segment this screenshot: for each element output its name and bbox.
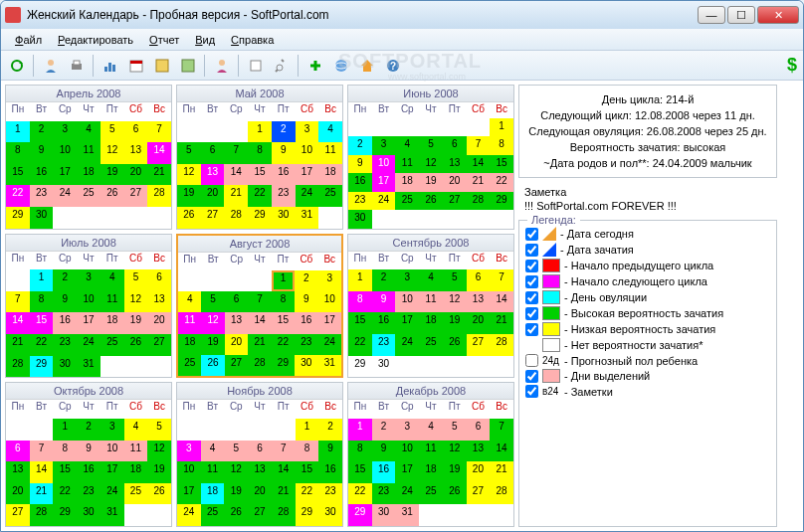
day-cell[interactable]: 31 [395, 504, 419, 526]
day-cell[interactable]: 17 [77, 312, 100, 334]
day-cell[interactable]: 3 [395, 269, 419, 291]
day-cell[interactable]: 15 [6, 164, 30, 186]
day-cell[interactable]: 13 [225, 312, 248, 333]
day-cell[interactable]: 15 [490, 155, 513, 174]
day-cell[interactable]: 10 [395, 441, 419, 462]
day-cell[interactable]: 21 [272, 483, 296, 505]
day-cell[interactable]: 9 [372, 441, 396, 462]
day-cell[interactable]: 11 [395, 155, 419, 174]
day-cell[interactable]: 5 [201, 291, 224, 312]
day-cell[interactable] [224, 419, 248, 441]
day-cell[interactable]: 15 [248, 164, 272, 186]
day-cell[interactable]: 7 [248, 291, 271, 312]
day-cell[interactable]: 1 [348, 269, 372, 291]
day-cell[interactable]: 21 [30, 483, 54, 505]
day-cell[interactable]: 14 [490, 441, 513, 462]
day-cell[interactable]: 28 [490, 483, 513, 505]
day-cell[interactable]: 22 [6, 185, 30, 207]
day-cell[interactable]: 25 [124, 483, 148, 505]
day-cell[interactable]: 18 [178, 334, 201, 355]
day-cell[interactable]: 22 [272, 334, 295, 355]
day-cell[interactable]: 26 [443, 334, 467, 356]
day-cell[interactable]: 27 [6, 504, 30, 526]
day-cell[interactable]: 29 [348, 356, 372, 378]
day-cell[interactable] [225, 270, 248, 291]
day-cell[interactable]: 30 [372, 356, 396, 378]
day-cell[interactable]: 16 [53, 312, 77, 334]
day-cell[interactable]: 30 [272, 207, 296, 229]
day-cell[interactable]: 15 [272, 312, 295, 333]
day-cell[interactable]: 23 [372, 483, 396, 505]
day-cell[interactable]: 19 [147, 461, 171, 483]
calendar-icon[interactable] [124, 54, 148, 78]
day-cell[interactable]: 29 [296, 504, 319, 526]
day-cell[interactable]: 10 [318, 291, 341, 312]
day-cell[interactable]: 1 [272, 270, 295, 291]
day-cell[interactable]: 7 [147, 121, 171, 143]
day-cell[interactable]: 23 [295, 334, 317, 355]
day-cell[interactable]: 27 [443, 192, 467, 211]
day-cell[interactable]: 30 [295, 355, 317, 376]
day-cell[interactable]: 7 [6, 291, 30, 313]
day-cell[interactable]: 27 [201, 207, 225, 229]
day-cell[interactable]: 1 [348, 419, 372, 441]
day-cell[interactable]: 23 [53, 334, 77, 356]
day-cell[interactable]: 9 [348, 155, 372, 174]
day-cell[interactable]: 9 [295, 291, 317, 312]
day-cell[interactable]: 28 [147, 185, 171, 207]
day-cell[interactable]: 24 [100, 483, 124, 505]
day-cell[interactable]: 16 [30, 164, 54, 186]
day-cell[interactable]: 25 [419, 334, 443, 356]
day-cell[interactable]: 30 [53, 356, 77, 378]
day-cell[interactable]: 26 [177, 207, 201, 229]
day-cell[interactable] [177, 419, 201, 441]
day-cell[interactable]: 26 [419, 192, 443, 211]
day-cell[interactable] [248, 270, 271, 291]
day-cell[interactable]: 18 [124, 461, 148, 483]
day-cell[interactable] [30, 419, 54, 441]
day-cell[interactable]: 25 [318, 185, 342, 207]
day-cell[interactable]: 29 [248, 207, 272, 229]
day-cell[interactable]: 26 [100, 185, 124, 207]
day-cell[interactable]: 23 [77, 483, 100, 505]
day-cell[interactable] [467, 118, 491, 137]
day-cell[interactable]: 5 [443, 269, 467, 291]
day-cell[interactable]: 24 [395, 334, 419, 356]
day-cell[interactable]: 2 [53, 269, 77, 291]
day-cell[interactable]: 18 [419, 312, 443, 334]
day-cell[interactable]: 10 [395, 291, 419, 313]
day-cell[interactable]: 10 [177, 461, 201, 483]
day-cell[interactable]: 30 [318, 504, 342, 526]
day-cell[interactable]: 16 [318, 461, 342, 483]
day-cell[interactable]: 27 [467, 483, 491, 505]
day-cell[interactable] [177, 121, 201, 143]
day-cell[interactable]: 20 [443, 173, 467, 192]
day-cell[interactable]: 22 [30, 334, 54, 356]
day-cell[interactable]: 16 [372, 461, 396, 483]
day-cell[interactable]: 14 [224, 164, 248, 186]
day-cell[interactable]: 25 [178, 355, 201, 376]
day-cell[interactable]: 28 [30, 504, 54, 526]
day-cell[interactable]: 2 [272, 121, 296, 143]
day-cell[interactable]: 6 [147, 269, 171, 291]
day-cell[interactable]: 11 [100, 291, 124, 313]
day-cell[interactable]: 12 [147, 441, 171, 462]
day-cell[interactable]: 13 [443, 155, 467, 174]
day-cell[interactable]: 19 [177, 185, 201, 207]
day-cell[interactable]: 20 [147, 312, 171, 334]
day-cell[interactable]: 13 [6, 461, 30, 483]
legend-checkbox[interactable] [525, 291, 538, 304]
day-cell[interactable]: 1 [30, 269, 54, 291]
day-cell[interactable]: 22 [248, 185, 272, 207]
day-cell[interactable]: 18 [100, 312, 124, 334]
day-cell[interactable]: 8 [53, 441, 77, 462]
day-cell[interactable]: 11 [77, 142, 100, 164]
day-cell[interactable]: 7 [490, 419, 513, 441]
day-cell[interactable]: 6 [443, 136, 467, 155]
day-cell[interactable]: 13 [147, 291, 171, 313]
day-cell[interactable] [178, 270, 201, 291]
day-cell[interactable]: 12 [124, 291, 148, 313]
day-cell[interactable]: 17 [296, 164, 319, 186]
day-cell[interactable]: 3 [177, 441, 201, 462]
day-cell[interactable]: 18 [77, 164, 100, 186]
